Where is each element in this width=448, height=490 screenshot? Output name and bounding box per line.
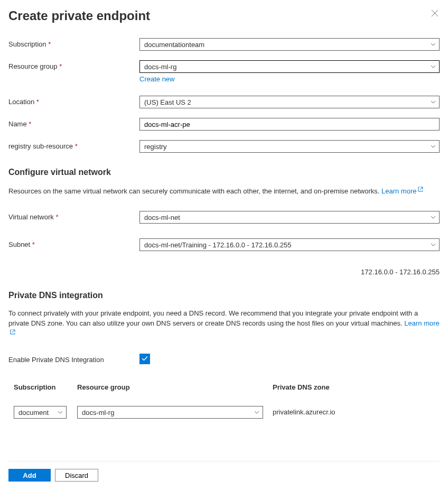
external-link-icon xyxy=(10,328,16,338)
dns-section-title: Private DNS integration xyxy=(8,291,440,300)
resource-group-select[interactable]: docs-ml-rg xyxy=(139,60,440,73)
add-button[interactable]: Add xyxy=(8,469,51,482)
virtual-network-label: Virtual network * xyxy=(8,211,139,221)
external-link-icon xyxy=(417,186,424,195)
discard-button[interactable]: Discard xyxy=(55,469,98,482)
dns-th-zone: Private DNS zone xyxy=(273,383,434,391)
chevron-down-icon xyxy=(254,409,260,415)
subscription-label: Subscription * xyxy=(8,38,139,48)
subscription-select[interactable]: documentationteam xyxy=(139,38,440,51)
checkmark-icon xyxy=(141,355,148,364)
sub-resource-label: registry sub-resource * xyxy=(8,140,139,150)
dns-th-subscription: Subscription xyxy=(14,383,77,391)
virtual-network-select[interactable]: docs-ml-net xyxy=(139,211,440,224)
dns-subscription-select[interactable]: document xyxy=(14,406,67,419)
location-select[interactable]: (US) East US 2 xyxy=(139,96,440,108)
name-input[interactable] xyxy=(139,118,440,131)
name-label: Name * xyxy=(8,118,139,128)
subnet-select[interactable]: docs-ml-net/Training - 172.16.0.0 - 172.… xyxy=(139,238,440,251)
close-icon xyxy=(431,11,438,19)
subnet-range-text: 172.16.0.0 - 172.16.0.255 xyxy=(8,268,440,276)
close-button[interactable] xyxy=(430,8,440,20)
vnet-section-title: Configure virtual network xyxy=(8,168,440,177)
enable-dns-checkbox[interactable] xyxy=(139,354,150,364)
enable-dns-label: Enable Private DNS Integration xyxy=(8,354,139,364)
page-title: Create private endpoint xyxy=(8,8,150,23)
resource-group-label: Resource group * xyxy=(8,60,139,70)
dns-zone-value: privatelink.azurecr.io xyxy=(273,406,434,416)
chevron-down-icon xyxy=(57,409,63,415)
vnet-section-desc: Resources on the same virtual network ca… xyxy=(8,186,440,196)
sub-resource-select[interactable]: registry xyxy=(139,140,440,153)
dns-th-resource-group: Resource group xyxy=(77,383,273,391)
dns-section-desc: To connect privately with your private e… xyxy=(8,309,440,339)
create-new-link[interactable]: Create new xyxy=(139,75,174,83)
location-label: Location * xyxy=(8,96,139,106)
vnet-learn-more-link[interactable]: Learn more xyxy=(381,187,424,195)
subnet-label: Subnet * xyxy=(8,238,139,248)
dns-resource-group-select[interactable]: docs-ml-rg xyxy=(77,406,263,419)
